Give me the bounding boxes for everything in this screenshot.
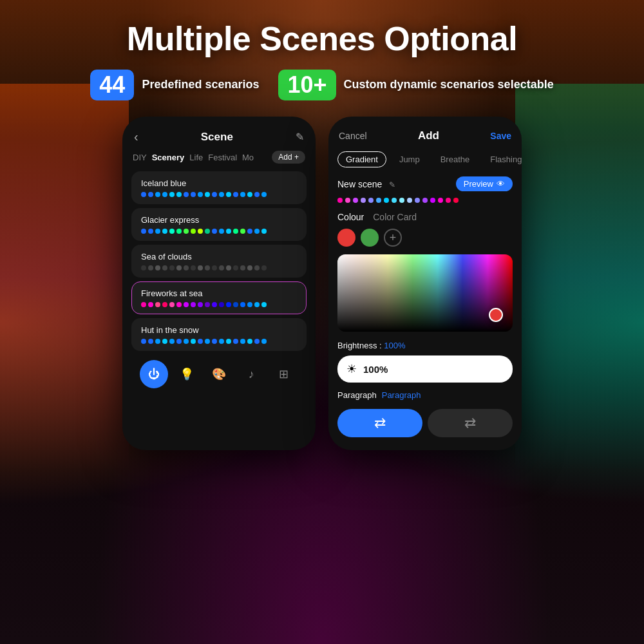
scene-name-2: Sea of clouds <box>141 252 297 261</box>
main-content: Multiple Scenes Optional 44 Predefined s… <box>0 0 644 644</box>
dot-2-16 <box>254 265 260 270</box>
dot-4-4 <box>169 339 175 344</box>
dot-2-11 <box>219 265 224 270</box>
dot-4-8 <box>198 339 203 344</box>
tabs-row: DIY Scenery Life Festival Mo Add + <box>131 151 307 164</box>
stat-item-1: 44 Predefined scenarios <box>90 70 259 100</box>
scene-name-4: Hut in the snow <box>141 325 297 335</box>
dot-4-6 <box>184 339 189 344</box>
tab-mo[interactable]: Mo <box>242 153 254 162</box>
dot-2-6 <box>184 265 189 270</box>
add-swatch-button[interactable]: + <box>384 229 402 247</box>
stats-row: 44 Predefined scenarios 10+ Custom dynam… <box>90 70 553 100</box>
dot-2-2 <box>155 265 160 270</box>
reverse-button[interactable]: ⇄ <box>428 409 513 437</box>
paragraph-row: Paragraph Paragraph <box>337 390 513 400</box>
paragraph-value[interactable]: Paragraph <box>382 390 421 400</box>
preview-dot-1 <box>345 198 350 203</box>
mode-breathe[interactable]: Breathe <box>433 152 478 167</box>
preview-button[interactable]: Preview 👁 <box>456 176 513 191</box>
light-button[interactable]: 💡 <box>173 360 201 388</box>
tab-scenery[interactable]: Scenery <box>152 153 185 162</box>
preview-dot-6 <box>384 198 389 203</box>
action-buttons: ⇄ ⇄ <box>337 409 513 437</box>
preview-eye-icon: 👁 <box>497 179 505 189</box>
stat-text-1: Predefined scenarios <box>142 77 259 92</box>
sun-icon: ☀ <box>346 362 357 376</box>
dot-3-12 <box>226 302 231 307</box>
dot-1-5 <box>176 229 182 234</box>
dot-2-9 <box>205 265 210 270</box>
mode-gradient[interactable]: Gradient <box>337 151 386 167</box>
scene-card-2[interactable]: Sea of clouds <box>131 245 307 278</box>
dot-1-14 <box>240 229 245 234</box>
tab-festival[interactable]: Festival <box>208 153 237 162</box>
dot-2-8 <box>198 265 203 270</box>
cancel-button[interactable]: Cancel <box>339 131 367 141</box>
dot-2-12 <box>226 265 231 270</box>
save-button[interactable]: Save <box>490 131 511 141</box>
grid-button[interactable]: ⊞ <box>270 360 298 388</box>
color-card-label[interactable]: Color Card <box>373 212 417 222</box>
mode-flashing[interactable]: Flashing <box>482 152 522 167</box>
dot-0-0 <box>141 192 146 197</box>
right-phone: Cancel Add Save Gradient Jump Breathe Fl… <box>328 117 522 450</box>
scene-card-0[interactable]: Iceland blue <box>131 171 307 204</box>
dot-4-13 <box>233 339 238 344</box>
color-picker-handle[interactable] <box>489 308 503 322</box>
scene-list: Iceland blueGlacier expressSea of clouds… <box>131 171 307 351</box>
dot-1-17 <box>261 229 267 234</box>
preview-dot-7 <box>392 198 397 203</box>
loop-button[interactable]: ⇄ <box>337 409 422 437</box>
dot-1-1 <box>148 229 153 234</box>
preview-dot-9 <box>407 198 412 203</box>
dots-row-4 <box>141 339 297 344</box>
dot-0-4 <box>169 192 175 197</box>
dot-3-16 <box>254 302 260 307</box>
dot-4-2 <box>155 339 160 344</box>
preview-dot-8 <box>399 198 404 203</box>
scene-card-4[interactable]: Hut in the snow <box>131 318 307 351</box>
paragraph-label: Paragraph <box>337 390 377 400</box>
swatch-red[interactable] <box>337 229 355 247</box>
tab-life[interactable]: Life <box>189 153 203 162</box>
dot-1-10 <box>212 229 217 234</box>
dot-0-11 <box>219 192 224 197</box>
back-arrow-icon[interactable]: ‹ <box>134 129 138 144</box>
dot-0-7 <box>191 192 196 197</box>
left-phone: ‹ Scene ✎ DIY Scenery Life Festival Mo A… <box>122 117 316 450</box>
dot-1-9 <box>205 229 210 234</box>
dot-3-5 <box>176 302 182 307</box>
palette-button[interactable]: 🎨 <box>205 360 233 388</box>
scene-card-3[interactable]: Fireworks at sea <box>131 281 307 314</box>
color-picker[interactable] <box>337 254 513 332</box>
preview-dot-3 <box>361 198 366 203</box>
brightness-percent: 100% <box>363 364 388 375</box>
colour-row: Colour Color Card <box>337 212 513 222</box>
mode-tabs: Gradient Jump Breathe Flashing ⊞ <box>337 151 513 167</box>
new-scene-label: New scene <box>337 179 382 189</box>
dot-0-13 <box>233 192 238 197</box>
dot-3-3 <box>162 302 167 307</box>
dots-row-3 <box>141 302 297 307</box>
brightness-slider[interactable]: ☀ 100% <box>337 355 513 383</box>
dot-1-12 <box>226 229 231 234</box>
dot-3-4 <box>169 302 175 307</box>
edit-scene-icon[interactable]: ✎ <box>296 131 304 143</box>
dot-3-13 <box>233 302 238 307</box>
dot-2-15 <box>247 265 252 270</box>
tab-diy[interactable]: DIY <box>133 153 147 162</box>
power-button[interactable]: ⏻ <box>140 360 168 388</box>
dot-1-3 <box>162 229 167 234</box>
preview-dot-2 <box>353 198 358 203</box>
new-scene-edit-icon[interactable]: ✎ <box>389 180 395 189</box>
swatch-green[interactable] <box>361 229 379 247</box>
music-button[interactable]: ♪ <box>237 360 265 388</box>
dot-3-1 <box>148 302 153 307</box>
dot-0-9 <box>205 192 210 197</box>
add-tab-button[interactable]: Add + <box>272 151 305 164</box>
mode-jump[interactable]: Jump <box>392 152 428 167</box>
dots-row-1 <box>141 229 297 234</box>
scene-card-1[interactable]: Glacier express <box>131 208 307 241</box>
dot-4-3 <box>162 339 167 344</box>
